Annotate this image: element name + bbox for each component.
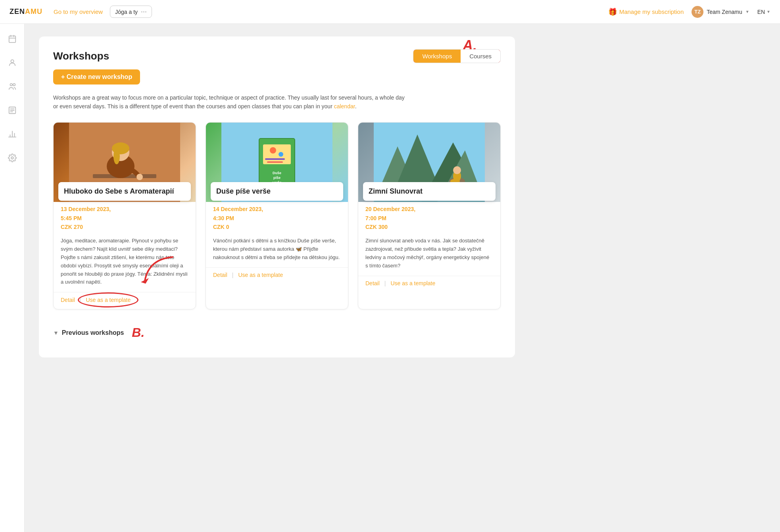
tab-group: Workshops Courses bbox=[413, 49, 501, 63]
chevron-right-icon: ▼ bbox=[53, 330, 59, 336]
workshop-title-box-3: Zimní Slunovrat bbox=[363, 182, 496, 201]
svg-point-29 bbox=[279, 152, 283, 157]
workshop-card-3: Zimní Slunovrat 20 December 2023,7:00 PM… bbox=[358, 122, 501, 309]
page-title: Workshops bbox=[53, 50, 109, 62]
svg-point-4 bbox=[11, 60, 13, 63]
workshop-card-3-meta: 20 December 2023,7:00 PMCZK 300 bbox=[358, 205, 500, 231]
sidebar-item-calendar[interactable] bbox=[5, 32, 19, 46]
user-name: Team Zenamu bbox=[707, 9, 742, 15]
workshop-card-3-actions: Detail | Use as a template bbox=[358, 276, 500, 292]
page-card: Workshops A. Workshops Courses + Create … bbox=[39, 36, 515, 357]
gift-icon: 🎁 bbox=[608, 8, 617, 16]
workshop-card-2-detail-link[interactable]: Detail bbox=[213, 272, 227, 278]
workshop-card-1-meta: 13 December 2023,5:45 PMCZK 270 bbox=[54, 205, 196, 231]
language-selector[interactable]: EN ▼ bbox=[757, 9, 770, 15]
workshop-title-box-2: Duše píše verše bbox=[211, 182, 343, 201]
previous-workshops-label: Previous workshops bbox=[62, 329, 124, 336]
calendar-link[interactable]: calendar bbox=[334, 103, 355, 109]
workshop-card-1: Hluboko do Sebe s Aromaterapií 13 Decemb… bbox=[53, 122, 196, 309]
workshop-card-1-desc: Jóga, meditace, aromaterapie. Plynout v … bbox=[54, 237, 196, 286]
svg-rect-0 bbox=[9, 36, 15, 43]
workshop-card-1-actions: Detail | Use as a template bbox=[54, 292, 196, 309]
sidebar bbox=[0, 24, 25, 532]
workshop-card-3-date: 20 December 2023,7:00 PMCZK 300 bbox=[365, 205, 493, 231]
chevron-down-icon: ▼ bbox=[745, 10, 749, 14]
template-circle-highlight: Use as a template bbox=[86, 296, 131, 303]
tab-courses[interactable]: Courses bbox=[461, 50, 500, 63]
svg-text:píše: píše bbox=[273, 176, 280, 180]
avatar: TZ bbox=[692, 6, 703, 18]
svg-point-28 bbox=[270, 147, 276, 154]
main-content: Workshops A. Workshops Courses + Create … bbox=[25, 24, 780, 532]
sidebar-item-group[interactable] bbox=[5, 79, 19, 94]
lang-chevron-icon: ▼ bbox=[767, 10, 770, 14]
workshop-card-3-title: Zimní Slunovrat bbox=[369, 187, 490, 196]
logo: ZENAMU bbox=[10, 8, 42, 16]
lang-label: EN bbox=[757, 9, 765, 15]
tab-area: A. Workshops Courses bbox=[413, 49, 501, 63]
page-header: Workshops A. Workshops Courses bbox=[53, 49, 501, 63]
svg-point-5 bbox=[10, 84, 12, 86]
action-divider-3: | bbox=[384, 280, 386, 286]
svg-point-15 bbox=[11, 157, 13, 159]
sidebar-item-chart[interactable] bbox=[5, 127, 19, 141]
overview-link[interactable]: Go to my overview bbox=[54, 8, 103, 15]
tab-workshops[interactable]: Workshops bbox=[413, 50, 461, 63]
workshop-title-box-1: Hluboko do Sebe s Aromaterapií bbox=[58, 182, 191, 201]
workshop-card-2-meta: 14 December 2023,4:30 PMCZK 0 bbox=[206, 205, 348, 231]
workspace-menu-icon: ··· bbox=[141, 8, 147, 16]
previous-workshops-section[interactable]: ▼ Previous workshops B. bbox=[53, 322, 501, 343]
action-divider-1: | bbox=[80, 297, 81, 303]
workspace-name: Jóga a ty bbox=[115, 9, 138, 15]
svg-point-21 bbox=[113, 148, 120, 164]
svg-point-6 bbox=[13, 84, 15, 86]
workshop-card-1-template-link[interactable]: Use as a template bbox=[86, 297, 131, 303]
workshop-card-2-actions: Detail | Use as a template bbox=[206, 267, 348, 284]
annotation-b: B. bbox=[132, 325, 144, 340]
workshop-card-2-date: 14 December 2023,4:30 PMCZK 0 bbox=[213, 205, 341, 231]
description-end: . bbox=[355, 103, 357, 109]
svg-rect-27 bbox=[263, 144, 291, 164]
subscription-link[interactable]: 🎁 Manage my subscription bbox=[608, 8, 684, 16]
top-navigation: ZENAMU Go to my overview Jóga a ty ··· 🎁… bbox=[0, 0, 780, 24]
sidebar-item-person[interactable] bbox=[5, 56, 19, 70]
workshops-grid: Hluboko do Sebe s Aromaterapií 13 Decemb… bbox=[53, 122, 501, 309]
workshop-card-2-template-link[interactable]: Use as a template bbox=[238, 272, 283, 278]
description-text: Workshops are a great way to focus more … bbox=[53, 93, 410, 111]
sidebar-item-list[interactable] bbox=[5, 103, 19, 117]
workshop-card-2-desc: Vánoční potkání s dětmi a s knížkou Duše… bbox=[206, 237, 348, 261]
svg-text:Duše: Duše bbox=[273, 171, 281, 175]
workshop-card-1-date: 13 December 2023,5:45 PMCZK 270 bbox=[61, 205, 188, 231]
sidebar-item-settings[interactable] bbox=[5, 151, 19, 165]
svg-point-22 bbox=[136, 174, 143, 180]
svg-rect-31 bbox=[267, 161, 283, 163]
svg-rect-30 bbox=[265, 158, 285, 160]
workshop-card-3-desc: Zimní slunovrat aneb voda v nás. Jak se … bbox=[358, 237, 500, 270]
subscription-label: Manage my subscription bbox=[619, 8, 684, 15]
workshop-card-1-detail-link[interactable]: Detail bbox=[61, 297, 75, 303]
workshop-card-2-title: Duše píše verše bbox=[216, 187, 338, 196]
workshop-card-3-detail-link[interactable]: Detail bbox=[365, 280, 380, 286]
workspace-selector[interactable]: Jóga a ty ··· bbox=[110, 6, 152, 18]
svg-point-47 bbox=[453, 166, 461, 174]
workshop-card-1-title: Hluboko do Sebe s Aromaterapií bbox=[64, 187, 185, 196]
workshop-card-3-template-link[interactable]: Use as a template bbox=[390, 280, 435, 286]
user-menu[interactable]: TZ Team Zenamu ▼ bbox=[692, 6, 749, 18]
topnav-right: 🎁 Manage my subscription TZ Team Zenamu … bbox=[608, 6, 770, 18]
app-layout: Workshops A. Workshops Courses + Create … bbox=[0, 24, 780, 532]
create-workshop-button[interactable]: + Create new workshop bbox=[53, 69, 140, 85]
action-divider-2: | bbox=[232, 272, 234, 278]
workshop-card-2: Duše píše verše Duše píše verše bbox=[206, 122, 348, 309]
